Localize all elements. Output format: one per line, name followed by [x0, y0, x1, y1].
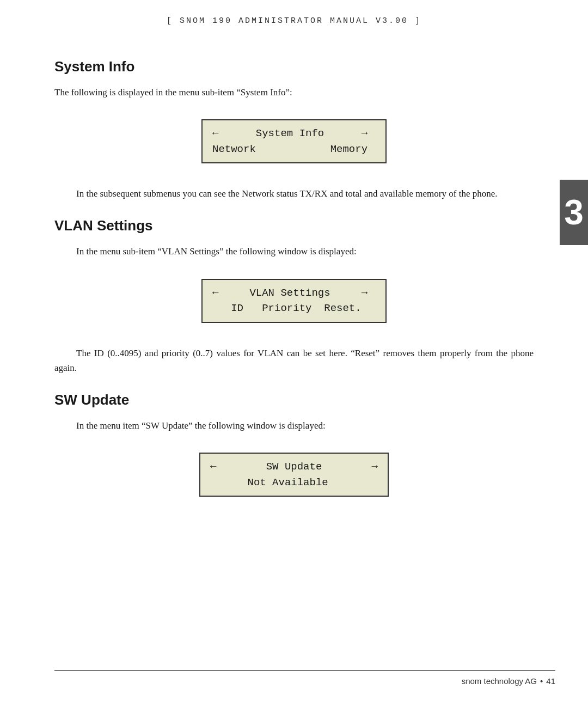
- lcd-row-1: Network Memory: [212, 142, 376, 157]
- vlan-settings-para2: The ID (0..4095) and priority (0..7) val…: [54, 346, 534, 375]
- sw-update-lcd-wrapper: ← SW Update → Not Available: [54, 443, 534, 506]
- page-header: [ SNOM 190 ADMINISTRATOR MANUAL V3.00 ]: [0, 0, 588, 36]
- vlan-settings-lcd: ← VLAN Settings → ID Priority Reset.: [201, 279, 387, 323]
- sw-update-section: SW Update In the menu item “SW Update” t…: [54, 392, 534, 506]
- sw-update-lcd: ← SW Update → Not Available: [199, 453, 389, 497]
- system-info-section: System Info The following is displayed i…: [54, 58, 534, 201]
- footer-dot: •: [540, 676, 543, 686]
- lcd-sw-row-1: Not Available: [210, 475, 378, 491]
- system-info-para1: The following is displayed in the menu s…: [54, 85, 534, 100]
- vlan-settings-section: VLAN Settings In the menu sub-item “VLAN…: [54, 217, 534, 375]
- page-container: [ SNOM 190 ADMINISTRATOR MANUAL V3.00 ] …: [0, 0, 588, 702]
- vlan-settings-para1: In the menu sub-item “VLAN Settings” the…: [54, 244, 534, 259]
- system-info-para2: In the subsequent submenus you can see t…: [54, 186, 534, 201]
- sw-update-heading: SW Update: [54, 392, 534, 408]
- system-info-lcd-wrapper: ← System Info → Network Memory: [54, 109, 534, 173]
- vlan-settings-lcd-wrapper: ← VLAN Settings → ID Priority Reset.: [54, 269, 534, 333]
- lcd-vlan-row-0: ← VLAN Settings →: [212, 285, 376, 301]
- system-info-heading: System Info: [54, 58, 534, 75]
- header-text: [ SNOM 190 ADMINISTRATOR MANUAL V3.00 ]: [167, 16, 421, 26]
- lcd-sw-row-0: ← SW Update →: [210, 459, 378, 475]
- vlan-settings-heading: VLAN Settings: [54, 217, 534, 234]
- system-info-lcd: ← System Info → Network Memory: [201, 119, 387, 163]
- content-area: System Info The following is displayed i…: [0, 36, 588, 556]
- page-footer: snom technology AG • 41: [54, 670, 555, 686]
- lcd-row-0: ← System Info →: [212, 126, 376, 142]
- footer-company: snom technology AG: [462, 676, 537, 686]
- sw-update-para1: In the menu item “SW Update” the followi…: [54, 418, 534, 433]
- footer-page: 41: [546, 676, 555, 686]
- lcd-vlan-row-1: ID Priority Reset.: [212, 301, 376, 316]
